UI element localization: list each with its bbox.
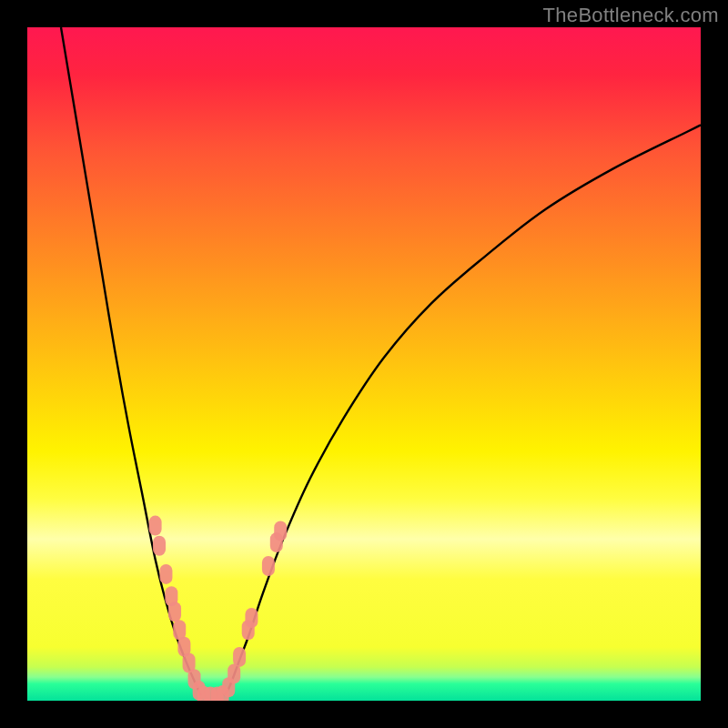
marker-point [245,608,258,628]
chart-svg [27,27,701,701]
chart-frame: TheBottleneck.com [0,0,728,728]
watermark-text: TheBottleneck.com [543,4,719,27]
marker-point [149,516,162,536]
marker-point [233,647,246,667]
gradient-bg [27,27,701,701]
marker-point [159,564,172,584]
marker-point [168,602,181,622]
marker-point [262,556,275,576]
marker-point [274,521,287,541]
plot-area [27,27,701,701]
marker-point [153,536,166,556]
